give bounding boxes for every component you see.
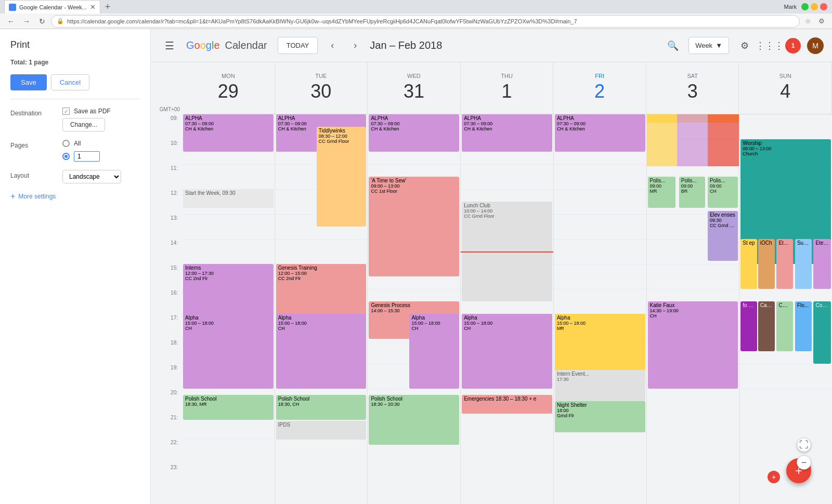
event-tue-tiddly[interactable]: Tiddlywinks 08:30 – 12:00 CC Grnd Floor [317, 127, 367, 227]
more-settings-button[interactable]: + More settings [10, 192, 140, 201]
event-wed-polish[interactable]: Polish School 18:30 – 20:30 [369, 395, 459, 445]
event-thu-alpha2[interactable]: Alpha 15:00 – 18:00 CH [462, 314, 552, 389]
event-sun-10[interactable]: Com... [813, 301, 831, 364]
page-number-input[interactable] [74, 151, 100, 162]
day-col-wed: ALPHA 07:30 – 09:00 CH & Kitchen 'A Time… [368, 114, 461, 504]
event-sun-3[interactable]: Etni da [776, 239, 793, 289]
event-time: 15:00 – 18:00 [278, 321, 365, 326]
event-thu-alpha[interactable]: ALPHA 07:30 – 09:00 CH & Kitchen [462, 114, 552, 152]
event-title: Alpha [278, 315, 365, 321]
event-fri-night[interactable]: Night Shelter 18:00 Grnd Flr [555, 401, 645, 432]
event-fri-intern[interactable]: Intern Event... 17:30 [555, 370, 645, 401]
pdf-row: Save as PDF [62, 108, 140, 115]
prev-week-button[interactable]: ‹ [324, 37, 341, 54]
custom-pages-row [62, 151, 140, 162]
save-button[interactable]: Save [10, 74, 47, 90]
notification-badge[interactable]: 1 [785, 38, 801, 54]
event-loc: CC 2nd Flr [278, 276, 365, 281]
event-tue-alpha2[interactable]: Alpha 15:00 – 18:00 CH [276, 314, 367, 389]
event-thu-emerg[interactable]: Emergencies 18:30 – 18:30 + e [462, 395, 552, 414]
event-title: Genesis Training [278, 265, 365, 271]
event-sat-polish1[interactable]: Polis... 09:00 MR [648, 177, 675, 208]
view-selector[interactable]: Week ▼ [688, 37, 729, 54]
event-sat-polish3[interactable]: Polis... 09:00 CH [708, 177, 738, 208]
next-week-button[interactable]: › [347, 37, 363, 54]
day-col-thu: ALPHA 07:30 – 09:00 CH & Kitchen Lunch C… [461, 114, 554, 504]
bookmark-icon[interactable]: ☆ [802, 15, 814, 28]
event-time: 07:30 – 09:00 [278, 121, 365, 126]
day-num-mon[interactable]: 29 [216, 79, 241, 104]
day-num-wed[interactable]: 31 [401, 79, 426, 104]
event-tue-polish[interactable]: Polish School 18:30, CH [276, 395, 367, 420]
event-loc: BR [681, 189, 703, 194]
event-sun-6[interactable]: fo chy /you thw ork [740, 301, 757, 351]
day-num-thu[interactable]: 1 [495, 79, 519, 104]
extension-icon[interactable]: ⚙ [815, 15, 828, 28]
event-mon-alpha[interactable]: ALPHA 07:30 – 09:00 CH & Kitchen [183, 114, 274, 152]
tab-close-button[interactable]: ✕ [90, 3, 96, 11]
day-num-sun[interactable]: 4 [773, 79, 798, 104]
event-wed-alpha2[interactable]: Alpha 15:00 – 18:00 CH [409, 314, 459, 389]
event-loc: Church [743, 151, 829, 156]
all-label: All [74, 140, 81, 147]
event-sun-7[interactable]: Ca Hall [758, 301, 775, 351]
day-col-sun: Worship 08:00 – 13:00 Church St ep iOCh [739, 114, 832, 504]
reload-button[interactable]: ↻ [35, 15, 49, 28]
event-mon-polish[interactable]: Polish School 18:30, MR [183, 395, 274, 420]
event-sun-4[interactable]: Su Cr [795, 239, 812, 289]
expand-fab[interactable]: + [768, 471, 780, 483]
search-button[interactable]: 🔍 [664, 36, 682, 55]
minimize-button[interactable] [801, 3, 809, 10]
hour-line [554, 289, 646, 289]
event-title: Polish School [185, 396, 271, 402]
close-button[interactable] [820, 3, 827, 10]
menu-icon[interactable]: ☰ [159, 35, 180, 56]
save-as-pdf-checkbox[interactable] [62, 108, 70, 115]
event-wed-sew[interactable]: 'A Time to Sew' 09:00 – 13:00 CC 1st Flo… [369, 177, 459, 276]
address-bar[interactable]: 🔒 https://calendar.google.com/calendar/r… [51, 15, 800, 28]
new-tab-button[interactable]: + [100, 0, 115, 14]
event-title: Intern Event... [557, 371, 643, 377]
event-time: 14:30 – 19:00 [650, 308, 736, 313]
change-button[interactable]: Change... [62, 118, 105, 131]
settings-button[interactable]: ⚙ [735, 36, 754, 55]
event-sat-elev[interactable]: Elev enses 09:30 CC Grnd Floor [708, 211, 738, 261]
event-sun-5[interactable]: Etern ity [813, 239, 831, 289]
event-sat-polish2[interactable]: Polis... 09:00 BR [679, 177, 705, 208]
hour-line [182, 439, 275, 439]
event-sun-1[interactable]: St ep [740, 239, 757, 289]
hour-line [647, 289, 739, 289]
day-num-sat[interactable]: 3 [680, 79, 705, 104]
destination-label: Destination [10, 108, 57, 117]
event-fri-alpha[interactable]: ALPHA 07:30 – 09:00 CH & Kitchen [555, 114, 645, 152]
back-button[interactable]: ← [4, 15, 18, 28]
event-loc: CH [185, 326, 271, 331]
event-sun-9[interactable]: Flo... [795, 301, 812, 351]
forward-button[interactable]: → [20, 15, 33, 28]
today-button[interactable]: TODAY [278, 37, 318, 54]
custom-radio[interactable] [62, 153, 70, 160]
logo-e: e [214, 39, 219, 51]
google-apps-button[interactable]: ⋮⋮⋮ [760, 36, 779, 55]
event-sat-katie[interactable]: Katie Faux 14:30 – 19:00 CH [648, 301, 738, 389]
event-mon-alpha2[interactable]: Alpha 15:00 – 18:00 CH [183, 314, 274, 389]
day-num-tue[interactable]: 30 [308, 79, 333, 104]
fullscreen-button[interactable]: ⛶ [797, 437, 811, 452]
hour-line [182, 214, 275, 215]
time-label-23: 23: [151, 463, 182, 488]
cancel-button[interactable]: Cancel [51, 74, 89, 90]
layout-select[interactable]: Landscape Portrait [62, 170, 121, 183]
zoom-out-button[interactable]: − [797, 455, 811, 470]
day-num-fri[interactable]: 2 [587, 79, 612, 104]
days-section: MON 29 TUE 30 WED 31 THU 1 [182, 62, 832, 504]
all-radio[interactable] [62, 140, 70, 147]
event-mon-start[interactable]: Start the Week, 09:30 [183, 189, 274, 208]
event-wed-alpha[interactable]: ALPHA 07:30 – 09:00 CH & Kitchen [369, 114, 459, 152]
maximize-button[interactable] [811, 3, 818, 10]
active-tab[interactable]: Google Calendar - Week... ✕ [4, 0, 100, 14]
event-sun-2[interactable]: iOCh [758, 239, 775, 289]
event-sun-8[interactable]: CC 1st [776, 301, 793, 351]
hour-line [647, 389, 739, 389]
event-tue-ipds[interactable]: IPDS [276, 421, 367, 440]
user-avatar[interactable]: M [807, 37, 824, 54]
